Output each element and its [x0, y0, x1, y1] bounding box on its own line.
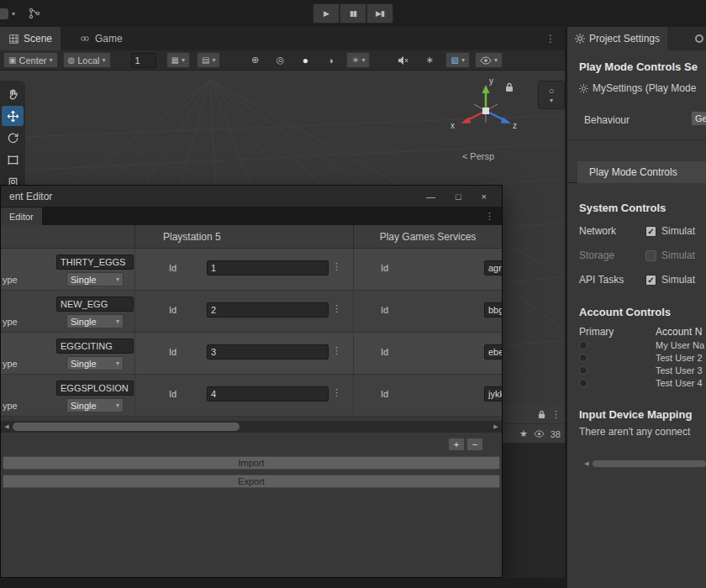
- inspector-header-row: ⋮: [503, 405, 567, 424]
- input-device-empty-text: There aren't any connect: [579, 426, 690, 438]
- event-type-dropdown[interactable]: Single ▾: [66, 398, 124, 412]
- unity-editor: ▾ ▶ ▮▮ ▶▮ Scene Game ⋮: [0, 0, 706, 588]
- rect-tool-button[interactable]: [2, 150, 24, 170]
- ps5-id-field[interactable]: [207, 386, 329, 402]
- account-dropdown[interactable]: ▾: [2, 8, 15, 19]
- row-menu-icon[interactable]: ⋮: [332, 387, 341, 398]
- project-settings-panel: Project Settings Play Mode Controls Se M…: [567, 27, 706, 588]
- behaviour-dropdown[interactable]: Ge: [691, 111, 706, 126]
- scrollbar-thumb[interactable]: [13, 423, 240, 431]
- window-titlebar[interactable]: ent Editor — □ ×: [1, 186, 502, 207]
- effects-button[interactable]: ∗: [420, 52, 439, 68]
- scroll-left-icon[interactable]: ◀: [1, 423, 13, 430]
- pivot-mode-button[interactable]: ▣ Center ▾: [3, 52, 58, 68]
- pgs-id-field[interactable]: [484, 302, 502, 318]
- shading-mode-button[interactable]: ◑: [321, 52, 340, 68]
- orientation-mode-button[interactable]: ◍ Local ▾: [63, 52, 111, 68]
- tab-extra-icon[interactable]: [695, 34, 703, 43]
- pgs-id-field[interactable]: [484, 260, 502, 276]
- minimize-button[interactable]: —: [426, 192, 435, 202]
- tab-editor[interactable]: Editor: [1, 207, 42, 225]
- settings-scrollbar[interactable]: ◀: [567, 459, 706, 469]
- event-name-field[interactable]: [56, 297, 134, 312]
- import-button[interactable]: Import: [3, 456, 500, 470]
- remove-row-button[interactable]: −: [466, 438, 483, 451]
- storage-checkbox[interactable]: [645, 250, 656, 261]
- lighting-dropdown[interactable]: ☀ ▾: [346, 52, 370, 68]
- lock-icon[interactable]: [538, 410, 545, 419]
- event-type-dropdown[interactable]: Single ▾: [66, 356, 124, 370]
- settings-asset-row[interactable]: MySettings (Play Mode: [579, 82, 696, 94]
- close-button[interactable]: ×: [482, 192, 487, 202]
- settings-tabrow: Project Settings: [567, 27, 706, 50]
- ps5-id-field[interactable]: [207, 260, 329, 276]
- snap-settings-button[interactable]: ▤ ▾: [197, 52, 220, 68]
- tab-project-settings[interactable]: Project Settings: [567, 27, 667, 50]
- column-header-name: [1, 225, 135, 248]
- rotation-overlay-button[interactable]: ◎: [271, 52, 289, 68]
- camera-overlay-button[interactable]: ○ ▾: [538, 81, 565, 109]
- viewport-lock-icon[interactable]: [505, 82, 514, 92]
- row-menu-icon[interactable]: ⋮: [332, 303, 341, 314]
- primary-radio[interactable]: [579, 354, 587, 362]
- api-tasks-checkbox[interactable]: ✓: [645, 275, 656, 286]
- row-menu-icon[interactable]: ⋮: [332, 261, 341, 272]
- event-type-dropdown[interactable]: Single ▾: [66, 272, 124, 286]
- event-name-field[interactable]: [56, 339, 134, 354]
- event-name-field[interactable]: [56, 381, 134, 396]
- visibility-dropdown[interactable]: ▾: [475, 52, 503, 68]
- rotate-tool-button[interactable]: [2, 128, 24, 148]
- ps5-id-field[interactable]: [207, 302, 329, 318]
- pgs-id-field[interactable]: [484, 344, 502, 360]
- settings-scrollbar-thumb[interactable]: [593, 460, 706, 467]
- asset-gear-icon: [579, 84, 588, 93]
- ps5-cell: Id ⋮: [135, 375, 354, 416]
- ps5-id-field[interactable]: [207, 344, 329, 360]
- move-tool-button[interactable]: [2, 106, 24, 126]
- gizmos-dropdown[interactable]: ▧ ▾: [445, 52, 469, 68]
- rect-icon: [7, 154, 19, 166]
- sparkle-icon: ∗: [426, 55, 434, 66]
- network-checkbox[interactable]: ✓: [645, 226, 656, 237]
- primary-radio[interactable]: [579, 379, 587, 387]
- tab-game[interactable]: Game: [71, 27, 131, 50]
- tab-scene[interactable]: Scene: [0, 27, 61, 50]
- table-row: ype Single ▾ Id ⋮ Id: [1, 333, 502, 375]
- grid-size-field[interactable]: [131, 53, 156, 68]
- account-user-name: Test User 2: [656, 353, 703, 363]
- primary-radio[interactable]: [579, 366, 587, 375]
- input-device-mapping-heading: Input Device Mapping: [579, 408, 692, 421]
- axis-y-label: y: [489, 76, 493, 86]
- scroll-right-icon[interactable]: ▶: [490, 423, 502, 430]
- horizontal-scrollbar[interactable]: ◀ ▶: [1, 421, 502, 433]
- projection-label[interactable]: < Persp: [452, 151, 504, 161]
- audio-mute-button[interactable]: [393, 52, 412, 68]
- export-button[interactable]: Export: [3, 475, 500, 488]
- add-row-button[interactable]: +: [448, 438, 465, 451]
- primary-radio[interactable]: [579, 341, 587, 349]
- hand-tool-button[interactable]: [2, 84, 24, 104]
- version-control-icon[interactable]: [29, 8, 40, 19]
- visibility-eye-icon[interactable]: [534, 430, 545, 438]
- window-menu-icon[interactable]: ⋮: [485, 211, 494, 222]
- tab-play-mode-controls[interactable]: Play Mode Controls: [577, 161, 706, 183]
- event-name-field[interactable]: [56, 255, 134, 270]
- pgs-id-field[interactable]: [484, 386, 502, 402]
- star-icon[interactable]: ★: [519, 428, 528, 439]
- table-row: ype Single ▾ Id ⋮ Id: [1, 375, 502, 417]
- visibility-count: 38: [551, 429, 561, 439]
- position-overlay-button[interactable]: ⊕: [245, 52, 264, 68]
- play-button[interactable]: ▶: [313, 3, 340, 24]
- row-menu-icon[interactable]: ⋮: [332, 345, 341, 356]
- grid-visibility-button[interactable]: ▦ ▾: [166, 52, 190, 68]
- inspector-menu-icon[interactable]: ⋮: [551, 409, 561, 420]
- account-row: My User Na: [579, 339, 706, 351]
- maximize-button[interactable]: □: [456, 192, 461, 202]
- pause-button[interactable]: ▮▮: [340, 3, 366, 24]
- tabstrip-menu-icon[interactable]: ⋮: [545, 33, 556, 45]
- step-button[interactable]: ▶▮: [366, 3, 393, 24]
- draw-mode-button[interactable]: ●: [296, 52, 314, 68]
- event-type-dropdown[interactable]: Single ▾: [66, 314, 124, 328]
- caret-icon: ▾: [182, 56, 185, 64]
- scroll-left-icon[interactable]: ◀: [582, 460, 591, 467]
